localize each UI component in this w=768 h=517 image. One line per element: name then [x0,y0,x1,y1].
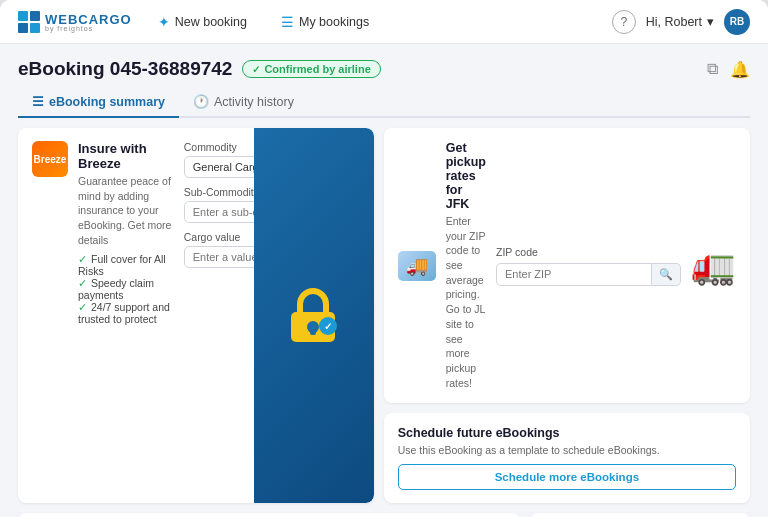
amount-card: Amount due Provided by: Qatar Airways 🚩 … [530,513,750,517]
header-right: ? Hi, Robert ▾ RB [612,9,750,35]
help-icon[interactable]: ? [612,10,636,34]
pickup-desc: Enter your ZIP code to see average prici… [446,214,486,390]
page-title-bar: eBooking 045-36889742 Confirmed by airli… [18,58,750,80]
pickup-right: ZIP code 🔍 [496,246,681,286]
nav-new-booking[interactable]: ✦ New booking [150,10,255,34]
page-title-icons: ⧉ 🔔 [707,60,750,79]
nav-my-bookings[interactable]: ☰ My bookings [273,10,377,34]
right-cards: 🚚 Get pickup rates for JFK Enter your ZI… [384,128,750,503]
history-icon: 🕐 [193,94,209,109]
insurance-left: Insure with Breeze Guarantee peace of mi… [78,141,174,325]
svg-rect-2 [310,327,316,335]
insurance-card: Breeze Insure with Breeze Guarantee peac… [18,128,374,503]
schedule-title: Schedule future eBookings [398,426,736,440]
insurance-title: Insure with Breeze [78,141,174,171]
zip-input[interactable] [496,263,652,286]
truck-illustration: 🚛 [691,245,736,287]
lock-illustration: ✓ [254,128,374,503]
insurance-desc: Guarantee peace of mind by adding insura… [78,174,174,247]
schedule-button[interactable]: Schedule more eBookings [398,464,736,490]
summary-icon: ☰ [32,94,44,109]
lock-icon: ✓ [286,284,341,344]
pickup-card: 🚚 Get pickup rates for JFK Enter your ZI… [384,128,750,403]
bottom-row: Itinerary 🇺🇸 + 🇪🇸 JFK + BCN + 🇨🇳 PVG ✓ 🕐… [18,513,750,517]
pickup-title: Get pickup rates for JFK [446,141,486,211]
schedule-card: Schedule future eBookings Use this eBook… [384,413,750,503]
page-title-left: eBooking 045-36889742 Confirmed by airli… [18,58,381,80]
logo-icon [18,11,40,33]
zip-input-wrap: 🔍 [496,263,681,286]
insurance-check-2: Speedy claim payments [78,277,174,301]
itinerary-card: Itinerary 🇺🇸 + 🇪🇸 JFK + BCN + 🇨🇳 PVG ✓ 🕐… [18,513,520,517]
insurance-checks: Full cover for All Risks Speedy claim pa… [78,253,174,325]
avatar[interactable]: RB [724,9,750,35]
tabs: ☰ eBooking summary 🕐 Activity history [18,88,750,118]
zip-label: ZIP code [496,246,681,258]
main-content: eBooking 045-36889742 Confirmed by airli… [0,44,768,517]
schedule-desc: Use this eBooking as a template to sched… [398,444,736,456]
status-badge: Confirmed by airline [242,60,380,78]
pickup-left: Get pickup rates for JFK Enter your ZIP … [446,141,486,390]
new-booking-icon: ✦ [158,14,170,30]
logo: WEBCARGO by freightos [18,11,132,33]
bell-icon[interactable]: 🔔 [730,60,750,79]
tab-ebooking-summary[interactable]: ☰ eBooking summary [18,88,179,118]
insurance-check-1: Full cover for All Risks [78,253,174,277]
insurance-check-3: 24/7 support and trusted to protect [78,301,174,325]
page-title: eBooking 045-36889742 [18,58,232,80]
chevron-down-icon: ▾ [707,14,714,29]
cards-row-top: Breeze Insure with Breeze Guarantee peac… [18,128,750,503]
header: WEBCARGO by freightos ✦ New booking ☰ My… [0,0,768,44]
breeze-logo: Breeze [32,141,68,177]
pickup-icon: 🚚 [398,251,436,281]
svg-text:✓: ✓ [324,321,332,332]
header-left: WEBCARGO by freightos ✦ New booking ☰ My… [18,10,377,34]
copy-icon[interactable]: ⧉ [707,60,718,78]
my-bookings-icon: ☰ [281,14,294,30]
user-info[interactable]: Hi, Robert ▾ [646,14,714,29]
zip-search-button[interactable]: 🔍 [652,263,681,286]
tab-activity-history[interactable]: 🕐 Activity history [179,88,308,118]
